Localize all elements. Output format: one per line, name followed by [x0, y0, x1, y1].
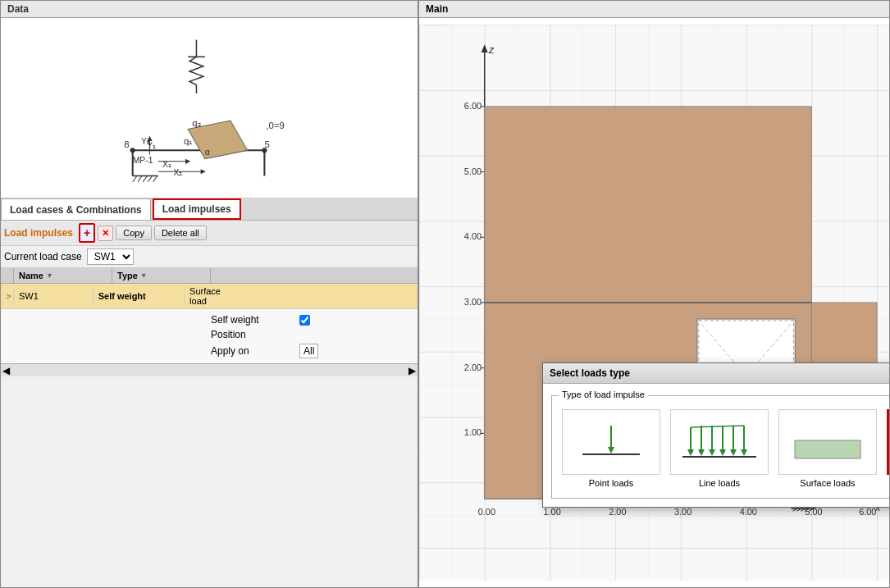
- select-loads-dialog: Select loads type ✕ Type of load impulse: [542, 362, 889, 508]
- svg-text:4.00: 4.00: [464, 231, 482, 241]
- line-loads-label: Line loads: [699, 478, 740, 488]
- svg-text:q₂: q₂: [192, 118, 200, 128]
- svg-text:3.00: 3.00: [464, 297, 482, 307]
- dialog-titlebar: Select loads type ✕: [543, 363, 889, 384]
- self-weight-box[interactable]: [887, 409, 889, 475]
- left-panel: Data 8: [1, 1, 419, 587]
- svg-text:2.00: 2.00: [609, 507, 626, 517]
- left-panel-tab: Data: [1, 1, 418, 18]
- svg-text:3.00: 3.00: [674, 507, 691, 517]
- apply-on-row: Apply on All: [7, 342, 411, 360]
- line-loads-box[interactable]: [670, 409, 769, 475]
- right-panel: Main ⤢: [419, 1, 889, 587]
- svg-marker-92: [741, 449, 747, 456]
- svg-text:,0=9: ,0=9: [266, 121, 285, 130]
- surface-loads-box[interactable]: [778, 409, 877, 475]
- section-label: Load impulses: [4, 227, 73, 239]
- svg-text:MP-1: MP-1: [133, 156, 153, 165]
- svg-marker-84: [698, 449, 705, 456]
- copy-button[interactable]: Copy: [116, 226, 152, 240]
- th-type: Type ▼: [112, 268, 211, 283]
- scroll-right-icon[interactable]: ▶: [408, 365, 416, 376]
- position-label: Position: [211, 329, 293, 340]
- surface-loads-item[interactable]: Surface loads: [778, 409, 877, 488]
- th-spacer: [1, 268, 14, 283]
- tab-loadcases[interactable]: Load cases & Combinations: [1, 198, 151, 220]
- svg-text:2.00: 2.00: [464, 362, 482, 372]
- svg-text:1.00: 1.00: [543, 507, 560, 517]
- row-arrow: >: [1, 289, 14, 303]
- svg-text:6.00: 6.00: [464, 101, 482, 111]
- table-area: Name ▼ Type ▼ > SW1 Self weight Surface …: [1, 268, 418, 309]
- svg-rect-94: [795, 440, 860, 458]
- delete-all-button[interactable]: Delete all: [154, 226, 207, 240]
- sw-label: Self weight: [211, 314, 293, 326]
- point-loads-box[interactable]: [562, 409, 660, 475]
- svg-marker-90: [730, 449, 737, 456]
- props-area: Self weight Position Apply on All: [1, 309, 418, 363]
- type-filter-icon[interactable]: ▼: [140, 271, 148, 280]
- svg-rect-61: [485, 107, 812, 335]
- scrollbar-area: ◀ ▶: [1, 363, 418, 376]
- line-loads-item[interactable]: Line loads: [670, 409, 769, 488]
- scroll-left-icon[interactable]: ◀: [2, 365, 10, 376]
- svg-text:5: 5: [264, 139, 269, 149]
- group-label: Type of load impulse: [559, 390, 648, 399]
- svg-text:8: 8: [124, 139, 129, 149]
- self-weight-row: Self weight: [7, 312, 411, 327]
- add-button[interactable]: +: [79, 223, 95, 243]
- tabs-row: Load cases & Combinations Load impulses: [1, 198, 418, 221]
- plus-icon: +: [84, 226, 90, 239]
- svg-text:4.00: 4.00: [740, 507, 757, 517]
- row-name: SW1: [14, 289, 94, 303]
- svg-rect-0: [1, 19, 418, 198]
- actions-row: Load impulses + ✕ Copy Delete all: [1, 221, 418, 246]
- svg-text:Y₁: Y₁: [147, 141, 156, 150]
- svg-marker-86: [709, 449, 715, 456]
- loadcase-label: Current load case: [4, 251, 82, 262]
- loadcase-row: Current load case SW1: [1, 246, 418, 268]
- loadcase-select[interactable]: SW1: [87, 248, 134, 265]
- svg-marker-82: [687, 449, 694, 456]
- surface-load-label: Surface load: [185, 284, 418, 308]
- self-weight-item[interactable]: Self weight: [887, 409, 889, 488]
- coordinate-diagram: 8 ,0=9 5 q₂ q₁ α MP-1: [1, 18, 418, 198]
- th-name: Name ▼: [14, 268, 112, 283]
- x-icon: ✕: [102, 228, 109, 238]
- load-type-group: Type of load impulse: [551, 395, 889, 499]
- table-row[interactable]: > SW1 Self weight Surface load: [1, 284, 418, 308]
- svg-marker-88: [719, 449, 726, 456]
- dialog-title: Select loads type: [550, 367, 630, 379]
- point-loads-icon: [578, 417, 644, 467]
- svg-text:q₁: q₁: [184, 136, 192, 146]
- apply-on-value: All: [299, 344, 318, 358]
- line-loads-icon: [678, 417, 760, 467]
- svg-text:X₂: X₂: [173, 168, 182, 177]
- self-weight-checkbox[interactable]: [299, 315, 310, 326]
- svg-line-93: [691, 426, 744, 427]
- point-loads-item[interactable]: Point loads: [562, 409, 660, 488]
- tab-loadimpulses[interactable]: Load impulses: [153, 198, 241, 220]
- row-type: Self weight: [94, 289, 185, 303]
- point-loads-label: Point loads: [589, 478, 633, 488]
- surface-loads-icon: [787, 417, 869, 467]
- apply-on-label: Apply on: [211, 345, 293, 357]
- dialog-body: Type of load impulse: [543, 384, 889, 507]
- load-types-grid: Point loads: [562, 409, 889, 488]
- name-filter-icon[interactable]: ▼: [46, 271, 53, 280]
- svg-text:0.00: 0.00: [478, 507, 495, 517]
- svg-marker-79: [608, 447, 614, 454]
- svg-text:1.00: 1.00: [464, 427, 482, 437]
- right-panel-tab: Main: [419, 1, 889, 18]
- main-container: Data 8: [0, 0, 890, 588]
- svg-point-10: [130, 148, 135, 153]
- svg-text:6.00: 6.00: [859, 507, 876, 517]
- surface-loads-label: Surface loads: [800, 478, 855, 488]
- svg-text:5.00: 5.00: [464, 166, 482, 176]
- position-row: Position: [7, 327, 411, 342]
- th-extra: [211, 268, 418, 283]
- viewport-area: ⤢: [419, 18, 889, 587]
- delete-button[interactable]: ✕: [98, 226, 113, 241]
- svg-text:z: z: [488, 43, 495, 56]
- diagram-area: 8 ,0=9 5 q₂ q₁ α MP-1: [1, 18, 418, 198]
